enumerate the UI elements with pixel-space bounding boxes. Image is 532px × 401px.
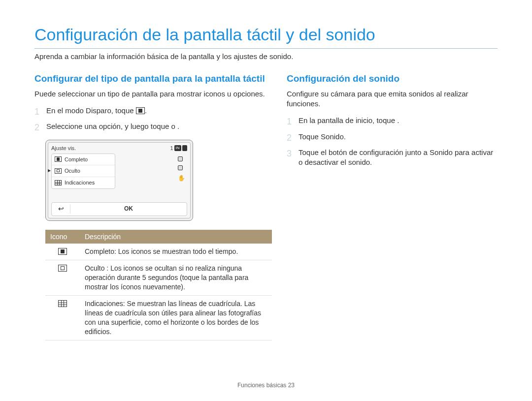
cam-top-label: Ajuste vis.: [51, 145, 76, 152]
indicaciones-icon: [58, 300, 67, 307]
intro-text: Aprenda a cambiar la información básica …: [34, 52, 498, 62]
cam-item-indicaciones[interactable]: Indicaciones: [52, 177, 115, 188]
th-desc: Descripción: [80, 230, 272, 244]
cam-side-icon: [178, 165, 183, 170]
table-row: Completo: Los iconos se muestran todo el…: [45, 244, 272, 260]
right-desc: Conﬁgure su cámara para que emita sonido…: [287, 89, 498, 109]
footer: Funciones básicas 23: [0, 381, 532, 389]
table-row: Indicaciones: Se muestran las líneas de …: [45, 295, 272, 340]
left-subhead: Conﬁgurar del tipo de pantalla para la p…: [34, 72, 272, 85]
cam-count: 1: [170, 145, 173, 152]
back-button[interactable]: ↩: [52, 204, 70, 214]
right-step-1: En la pantalla de inicio, toque .: [287, 116, 498, 125]
menu-display-icon: [136, 107, 145, 114]
cam-side-icon: [178, 156, 183, 161]
completo-icon: [58, 248, 67, 255]
cam-option-list: Completo Oculto Indicaciones: [51, 154, 115, 189]
cam-item-completo[interactable]: Completo: [52, 154, 115, 166]
ok-button[interactable]: OK: [70, 205, 187, 213]
left-desc: Puede seleccionar un tipo de pantalla pa…: [34, 89, 272, 99]
indicaciones-icon: [55, 180, 62, 185]
left-step-1: En el modo Disparo, toque .: [34, 106, 272, 116]
right-subhead: Conﬁguración del sonido: [287, 72, 498, 85]
oculto-icon: [58, 265, 67, 272]
th-icono: Icono: [45, 230, 80, 244]
oculto-icon: [55, 168, 62, 174]
icon-description-table: Icono Descripción Completo: Los iconos s…: [45, 230, 272, 340]
camera-screen-mock: Ajuste vis. 1 IN Completo: [45, 140, 193, 221]
cam-badge-bat-icon: [182, 145, 187, 152]
cam-hand-icon: ✋: [178, 174, 185, 182]
page-title: Conﬁguración de la pantalla táctil y del…: [34, 24, 498, 49]
cam-badge-in: IN: [174, 145, 181, 152]
right-step-3: Toque el botón de conﬁguración junto a S…: [287, 148, 498, 168]
right-step-2: Toque Sonido.: [287, 132, 498, 142]
cam-item-oculto[interactable]: Oculto: [52, 165, 115, 177]
table-row: Oculto : Los iconos se ocultan si no rea…: [45, 260, 272, 296]
completo-icon: [55, 156, 62, 162]
left-step-2: Seleccione una opción, y luego toque o .: [34, 122, 272, 131]
